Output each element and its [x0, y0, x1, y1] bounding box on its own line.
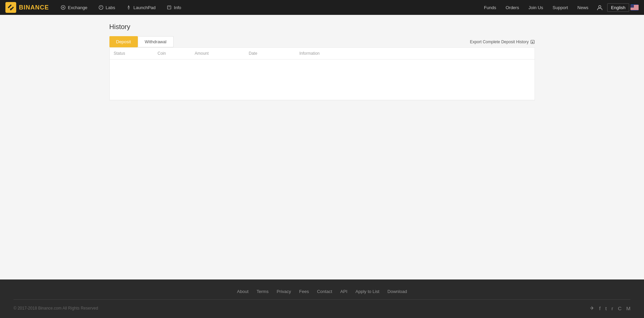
table-empty-row	[110, 59, 535, 100]
nav-funds[interactable]: Funds	[480, 0, 500, 15]
footer-links: About Terms Privacy Fees Contact API App…	[0, 289, 644, 294]
svg-rect-11	[630, 9, 639, 10]
nav-funds-label: Funds	[484, 5, 496, 10]
footer-link-api[interactable]: API	[340, 289, 347, 294]
user-icon	[597, 4, 603, 10]
page-title: History	[109, 23, 535, 31]
footer-link-fees[interactable]: Fees	[299, 289, 309, 294]
table-header-row: Status Coin Amount Date Information	[110, 48, 535, 59]
col-header-status: Status	[110, 48, 154, 59]
tab-deposit[interactable]: Deposit	[109, 36, 138, 47]
col-header-information: Information	[295, 48, 494, 59]
nav-news-label: News	[577, 5, 589, 10]
navbar: BINANCE Exchange Labs LaunchPad Info	[0, 0, 644, 15]
nav-support[interactable]: Support	[548, 0, 572, 15]
nav-exchange-label: Exchange	[68, 5, 87, 10]
nav-info[interactable]: Info	[162, 0, 186, 15]
nav-exchange[interactable]: Exchange	[56, 0, 92, 15]
nav-launchpad[interactable]: LaunchPad	[121, 0, 160, 15]
navbar-right: Funds Orders Join Us Support News Englis…	[480, 0, 639, 15]
main-content: History Deposit Withdrawal Export Comple…	[103, 15, 542, 279]
svg-rect-9	[630, 8, 639, 8]
logo[interactable]: BINANCE	[5, 2, 49, 13]
svg-rect-3	[168, 6, 171, 9]
footer: About Terms Privacy Fees Contact API App…	[0, 279, 644, 318]
col-header-amount: Amount	[191, 48, 245, 59]
col-header-action	[494, 48, 535, 59]
col-header-date: Date	[245, 48, 295, 59]
nav-support-label: Support	[552, 5, 568, 10]
svg-rect-0	[5, 2, 16, 13]
table-empty-cell	[110, 59, 535, 100]
footer-link-terms[interactable]: Terms	[257, 289, 268, 294]
nav-orders-label: Orders	[506, 5, 519, 10]
footer-divider	[14, 299, 630, 300]
social-facebook-icon[interactable]: f	[599, 305, 600, 311]
table-body	[110, 59, 535, 100]
footer-link-about[interactable]: About	[237, 289, 249, 294]
nav-labs[interactable]: Labs	[94, 0, 120, 15]
tab-group: Deposit Withdrawal	[109, 36, 174, 47]
social-medium-icon[interactable]: M	[626, 305, 631, 311]
export-icon	[530, 40, 535, 44]
col-header-coin: Coin	[154, 48, 191, 59]
footer-bottom: © 2017-2018 Binance.com All Rights Reser…	[0, 305, 644, 311]
export-history-label: Export Complete Deposit History	[470, 40, 529, 44]
table-header: Status Coin Amount Date Information	[110, 48, 535, 59]
nav-info-label: Info	[174, 5, 181, 10]
svg-point-4	[599, 6, 601, 8]
footer-copyright: © 2017-2018 Binance.com All Rights Reser…	[14, 306, 98, 311]
social-circle-icon[interactable]: C	[618, 305, 622, 311]
nav-labs-label: Labs	[106, 5, 115, 10]
social-twitter-icon[interactable]: t	[605, 305, 607, 311]
export-history-link[interactable]: Export Complete Deposit History	[470, 40, 535, 44]
user-account-button[interactable]	[594, 0, 606, 15]
binance-logo-icon	[5, 2, 16, 13]
us-flag-icon	[630, 5, 639, 10]
exchange-icon	[60, 5, 66, 10]
flag-icon[interactable]	[630, 4, 639, 10]
logo-text: BINANCE	[19, 4, 49, 11]
tab-row: Deposit Withdrawal Export Complete Depos…	[109, 36, 535, 47]
info-icon	[166, 5, 172, 10]
social-reddit-icon[interactable]: r	[612, 305, 613, 311]
footer-link-privacy[interactable]: Privacy	[277, 289, 291, 294]
navbar-left: BINANCE Exchange Labs LaunchPad Info	[5, 0, 186, 15]
footer-link-download[interactable]: Download	[387, 289, 407, 294]
social-icons: ✈ f t r C M	[590, 305, 630, 311]
history-table: Status Coin Amount Date Information	[110, 48, 535, 100]
launchpad-icon	[126, 5, 131, 10]
footer-link-contact[interactable]: Contact	[317, 289, 332, 294]
nav-news[interactable]: News	[573, 0, 593, 15]
tab-withdrawal[interactable]: Withdrawal	[138, 36, 174, 47]
svg-rect-12	[630, 5, 634, 8]
labs-icon	[98, 5, 104, 10]
nav-joinus-label: Join Us	[529, 5, 543, 10]
nav-join-us[interactable]: Join Us	[524, 0, 547, 15]
social-telegram-icon[interactable]: ✈	[590, 305, 594, 311]
footer-link-apply[interactable]: Apply to List	[356, 289, 380, 294]
nav-launchpad-label: LaunchPad	[133, 5, 156, 10]
svg-rect-10	[630, 8, 639, 9]
nav-orders[interactable]: Orders	[501, 0, 523, 15]
history-table-wrap: Status Coin Amount Date Information	[109, 47, 535, 100]
language-selector[interactable]: English	[607, 3, 629, 12]
